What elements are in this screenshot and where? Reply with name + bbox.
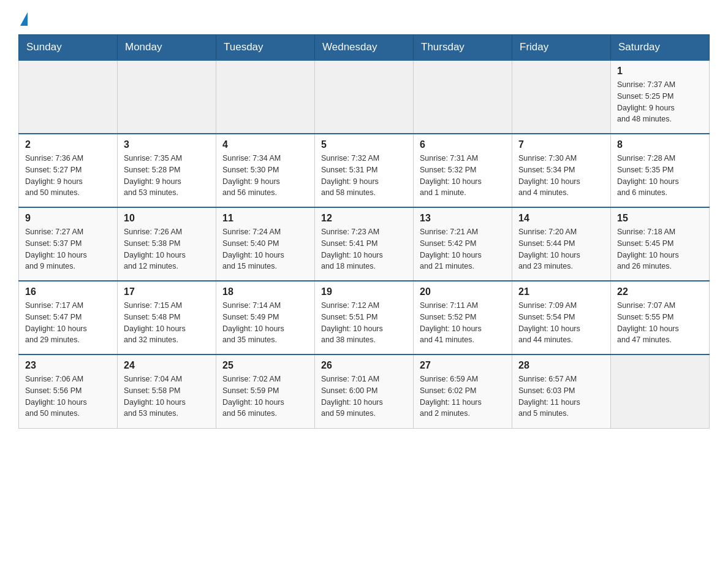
calendar-cell: 5Sunrise: 7:32 AMSunset: 5:31 PMDaylight…	[315, 134, 414, 207]
calendar-cell: 10Sunrise: 7:26 AMSunset: 5:38 PMDayligh…	[118, 207, 216, 281]
calendar-cell: 20Sunrise: 7:11 AMSunset: 5:52 PMDayligh…	[414, 281, 512, 354]
calendar-cell	[414, 60, 512, 134]
day-number: 16	[25, 286, 111, 297]
day-info: Sunrise: 7:30 AMSunset: 5:34 PMDaylight:…	[518, 153, 604, 199]
day-info: Sunrise: 7:23 AMSunset: 5:41 PMDaylight:…	[321, 226, 407, 272]
calendar-cell	[315, 60, 414, 134]
day-number: 23	[25, 360, 111, 371]
day-info: Sunrise: 7:09 AMSunset: 5:54 PMDaylight:…	[518, 300, 604, 346]
day-number: 3	[124, 139, 210, 150]
calendar-cell: 19Sunrise: 7:12 AMSunset: 5:51 PMDayligh…	[315, 281, 414, 354]
logo-triangle-icon	[20, 12, 28, 26]
day-number: 13	[420, 213, 506, 224]
calendar-cell: 4Sunrise: 7:34 AMSunset: 5:30 PMDaylight…	[216, 134, 315, 207]
day-info: Sunrise: 7:28 AMSunset: 5:35 PMDaylight:…	[617, 153, 703, 199]
calendar-cell	[118, 60, 216, 134]
day-number: 15	[617, 213, 703, 224]
day-info: Sunrise: 7:14 AMSunset: 5:49 PMDaylight:…	[222, 300, 308, 346]
weekday-header-wednesday: Wednesday	[315, 35, 414, 61]
day-info: Sunrise: 7:21 AMSunset: 5:42 PMDaylight:…	[420, 226, 506, 272]
calendar-cell: 7Sunrise: 7:30 AMSunset: 5:34 PMDaylight…	[512, 134, 611, 207]
calendar-week-row: 1Sunrise: 7:37 AMSunset: 5:25 PMDaylight…	[19, 60, 710, 134]
day-info: Sunrise: 7:04 AMSunset: 5:58 PMDaylight:…	[124, 373, 210, 419]
calendar-cell: 2Sunrise: 7:36 AMSunset: 5:27 PMDaylight…	[19, 134, 118, 207]
day-info: Sunrise: 7:07 AMSunset: 5:55 PMDaylight:…	[617, 300, 703, 346]
day-info: Sunrise: 7:31 AMSunset: 5:32 PMDaylight:…	[420, 153, 506, 199]
calendar-week-row: 2Sunrise: 7:36 AMSunset: 5:27 PMDaylight…	[19, 134, 710, 207]
day-number: 4	[222, 139, 308, 150]
calendar-cell: 14Sunrise: 7:20 AMSunset: 5:44 PMDayligh…	[512, 207, 611, 281]
calendar-cell: 25Sunrise: 7:02 AMSunset: 5:59 PMDayligh…	[216, 354, 315, 428]
day-number: 22	[617, 286, 703, 297]
day-info: Sunrise: 7:02 AMSunset: 5:59 PMDaylight:…	[222, 373, 308, 419]
weekday-header-sunday: Sunday	[19, 35, 118, 61]
calendar-week-row: 16Sunrise: 7:17 AMSunset: 5:47 PMDayligh…	[19, 281, 710, 354]
day-info: Sunrise: 7:18 AMSunset: 5:45 PMDaylight:…	[617, 226, 703, 272]
day-info: Sunrise: 7:15 AMSunset: 5:48 PMDaylight:…	[124, 300, 210, 346]
day-number: 1	[617, 66, 703, 77]
day-info: Sunrise: 7:01 AMSunset: 6:00 PMDaylight:…	[321, 373, 407, 419]
day-number: 26	[321, 360, 407, 371]
day-info: Sunrise: 7:11 AMSunset: 5:52 PMDaylight:…	[420, 300, 506, 346]
day-number: 24	[124, 360, 210, 371]
day-info: Sunrise: 7:24 AMSunset: 5:40 PMDaylight:…	[222, 226, 308, 272]
calendar-cell: 9Sunrise: 7:27 AMSunset: 5:37 PMDaylight…	[19, 207, 118, 281]
day-number: 21	[518, 286, 604, 297]
day-number: 7	[518, 139, 604, 150]
day-info: Sunrise: 7:27 AMSunset: 5:37 PMDaylight:…	[25, 226, 111, 272]
calendar-cell: 13Sunrise: 7:21 AMSunset: 5:42 PMDayligh…	[414, 207, 512, 281]
day-info: Sunrise: 7:17 AMSunset: 5:47 PMDaylight:…	[25, 300, 111, 346]
day-number: 17	[124, 286, 210, 297]
calendar-cell: 24Sunrise: 7:04 AMSunset: 5:58 PMDayligh…	[118, 354, 216, 428]
day-number: 5	[321, 139, 407, 150]
day-number: 9	[25, 213, 111, 224]
calendar-cell: 27Sunrise: 6:59 AMSunset: 6:02 PMDayligh…	[414, 354, 512, 428]
day-info: Sunrise: 6:57 AMSunset: 6:03 PMDaylight:…	[518, 373, 604, 419]
calendar-cell	[512, 60, 611, 134]
day-info: Sunrise: 7:26 AMSunset: 5:38 PMDaylight:…	[124, 226, 210, 272]
day-number: 11	[222, 213, 308, 224]
calendar-week-row: 9Sunrise: 7:27 AMSunset: 5:37 PMDaylight…	[19, 207, 710, 281]
day-info: Sunrise: 7:37 AMSunset: 5:25 PMDaylight:…	[617, 79, 703, 125]
weekday-header-friday: Friday	[512, 35, 611, 61]
calendar-cell: 23Sunrise: 7:06 AMSunset: 5:56 PMDayligh…	[19, 354, 118, 428]
day-info: Sunrise: 7:32 AMSunset: 5:31 PMDaylight:…	[321, 153, 407, 199]
calendar-cell	[216, 60, 315, 134]
day-number: 25	[222, 360, 308, 371]
weekday-header-tuesday: Tuesday	[216, 35, 315, 61]
day-info: Sunrise: 7:35 AMSunset: 5:28 PMDaylight:…	[124, 153, 210, 199]
calendar-table: SundayMondayTuesdayWednesdayThursdayFrid…	[18, 34, 710, 429]
logo	[18, 12, 28, 25]
calendar-cell: 15Sunrise: 7:18 AMSunset: 5:45 PMDayligh…	[611, 207, 710, 281]
day-number: 2	[25, 139, 111, 150]
day-number: 20	[420, 286, 506, 297]
calendar-week-row: 23Sunrise: 7:06 AMSunset: 5:56 PMDayligh…	[19, 354, 710, 428]
calendar-cell: 21Sunrise: 7:09 AMSunset: 5:54 PMDayligh…	[512, 281, 611, 354]
calendar-cell: 22Sunrise: 7:07 AMSunset: 5:55 PMDayligh…	[611, 281, 710, 354]
weekday-header-thursday: Thursday	[414, 35, 512, 61]
weekday-header-monday: Monday	[118, 35, 216, 61]
day-number: 19	[321, 286, 407, 297]
calendar-header-row: SundayMondayTuesdayWednesdayThursdayFrid…	[19, 35, 710, 61]
day-info: Sunrise: 6:59 AMSunset: 6:02 PMDaylight:…	[420, 373, 506, 419]
day-number: 18	[222, 286, 308, 297]
day-info: Sunrise: 7:20 AMSunset: 5:44 PMDaylight:…	[518, 226, 604, 272]
calendar-cell: 18Sunrise: 7:14 AMSunset: 5:49 PMDayligh…	[216, 281, 315, 354]
calendar-cell: 8Sunrise: 7:28 AMSunset: 5:35 PMDaylight…	[611, 134, 710, 207]
calendar-cell: 1Sunrise: 7:37 AMSunset: 5:25 PMDaylight…	[611, 60, 710, 134]
calendar-cell: 6Sunrise: 7:31 AMSunset: 5:32 PMDaylight…	[414, 134, 512, 207]
day-number: 8	[617, 139, 703, 150]
calendar-cell: 11Sunrise: 7:24 AMSunset: 5:40 PMDayligh…	[216, 207, 315, 281]
calendar-cell: 16Sunrise: 7:17 AMSunset: 5:47 PMDayligh…	[19, 281, 118, 354]
day-number: 6	[420, 139, 506, 150]
day-info: Sunrise: 7:12 AMSunset: 5:51 PMDaylight:…	[321, 300, 407, 346]
weekday-header-saturday: Saturday	[611, 35, 710, 61]
day-number: 28	[518, 360, 604, 371]
day-number: 12	[321, 213, 407, 224]
calendar-cell: 3Sunrise: 7:35 AMSunset: 5:28 PMDaylight…	[118, 134, 216, 207]
page-header	[18, 12, 710, 25]
calendar-cell	[19, 60, 118, 134]
calendar-cell: 26Sunrise: 7:01 AMSunset: 6:00 PMDayligh…	[315, 354, 414, 428]
day-number: 14	[518, 213, 604, 224]
day-info: Sunrise: 7:06 AMSunset: 5:56 PMDaylight:…	[25, 373, 111, 419]
